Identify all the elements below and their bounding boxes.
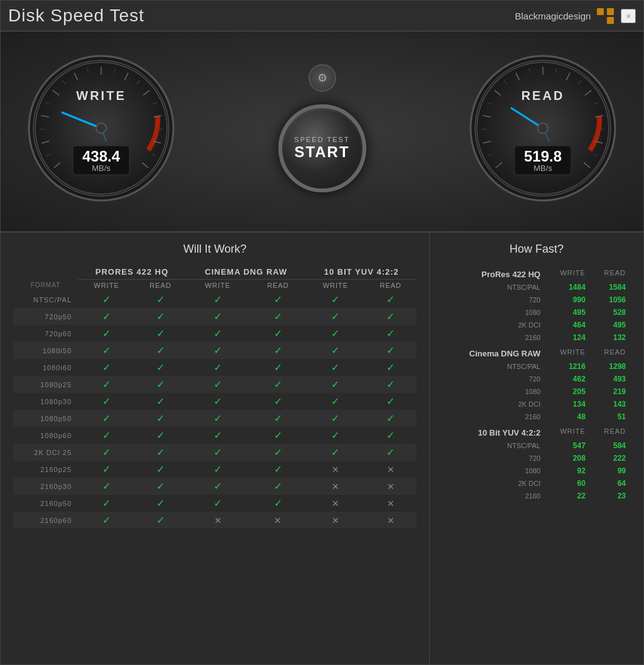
data-section: Will It Work? ProRes 422 HQ Cinema DNG R… bbox=[1, 233, 643, 664]
logo-sq-1 bbox=[597, 8, 604, 15]
will-col-header-1: ProRes 422 HQ bbox=[78, 265, 186, 280]
check-icon: ✓ bbox=[156, 328, 165, 339]
fast-row-format: 720 bbox=[442, 294, 545, 306]
cross-icon: ✕ bbox=[387, 464, 395, 475]
check-icon: ✓ bbox=[274, 498, 282, 508]
fast-write-value: 495 bbox=[545, 306, 591, 319]
fast-table: ProRes 422 HQWRITEREADNTSC/PAL1484158472… bbox=[442, 265, 631, 502]
check-icon: ✓ bbox=[102, 328, 111, 339]
will-cell: ✓ bbox=[249, 427, 306, 444]
fast-data-row: NTSC/PAL547584 bbox=[442, 439, 631, 452]
will-cell: ✓ bbox=[186, 478, 250, 495]
fast-read-value: 1584 bbox=[591, 281, 631, 294]
will-cell: ✓ bbox=[249, 461, 306, 478]
will-cell: ✓ bbox=[78, 325, 135, 342]
fast-col-read: READ bbox=[591, 344, 631, 360]
check-icon: ✓ bbox=[102, 413, 111, 424]
fast-read-value: 222 bbox=[591, 452, 631, 464]
cross-icon: ✕ bbox=[274, 515, 281, 525]
check-icon: ✓ bbox=[102, 481, 111, 492]
will-sub-w3: WRITE bbox=[307, 280, 365, 292]
check-icon: ✓ bbox=[156, 481, 165, 492]
fast-section-title: How Fast? bbox=[442, 243, 631, 256]
will-cell: ✓ bbox=[186, 393, 250, 410]
fast-read-value: 495 bbox=[591, 319, 631, 331]
check-icon: ✓ bbox=[274, 430, 282, 441]
will-sub-r2: READ bbox=[249, 280, 306, 292]
will-cell: ✓ bbox=[249, 325, 306, 342]
will-cell: ✓ bbox=[78, 444, 135, 461]
check-icon: ✓ bbox=[102, 430, 111, 441]
fast-data-row: NTSC/PAL14841584 bbox=[442, 281, 631, 294]
check-icon: ✓ bbox=[214, 345, 222, 356]
will-cell: ✓ bbox=[364, 291, 417, 308]
will-cell: ✕ bbox=[307, 461, 365, 478]
will-it-work-panel: Will It Work? ProRes 422 HQ Cinema DNG R… bbox=[1, 233, 430, 664]
svg-text:WRITE: WRITE bbox=[76, 89, 126, 102]
will-cell: ✓ bbox=[307, 444, 365, 461]
check-icon: ✓ bbox=[331, 311, 339, 322]
will-cell: ✓ bbox=[307, 291, 365, 308]
read-gauge: READ 519.8 MB/s bbox=[467, 53, 618, 204]
fast-row-format: 1080 bbox=[442, 306, 545, 319]
will-cell: ✓ bbox=[186, 427, 250, 444]
cross-icon: ✕ bbox=[214, 515, 222, 525]
will-cell: ✕ bbox=[307, 512, 365, 529]
check-icon: ✓ bbox=[331, 396, 339, 407]
check-icon: ✓ bbox=[214, 328, 222, 339]
fast-row-format: 1080 bbox=[442, 464, 545, 477]
check-icon: ✓ bbox=[386, 294, 395, 305]
check-icon: ✓ bbox=[102, 447, 111, 458]
check-icon: ✓ bbox=[102, 379, 111, 390]
will-row-format: 1080p25 bbox=[13, 376, 78, 393]
svg-point-27 bbox=[96, 123, 106, 133]
fast-read-value: 1298 bbox=[591, 360, 631, 373]
will-cell: ✓ bbox=[78, 393, 135, 410]
fast-write-value: 60 bbox=[545, 477, 591, 490]
fast-row-format: 2K DCI bbox=[442, 319, 545, 331]
will-table-row: 2160p30✓✓✓✓✕✕ bbox=[13, 478, 417, 495]
will-cell: ✓ bbox=[307, 427, 365, 444]
will-row-format: 2K DCI 25 bbox=[13, 444, 78, 461]
will-table-row: 1080i50✓✓✓✓✓✓ bbox=[13, 342, 417, 359]
will-row-format: 1080p50 bbox=[13, 410, 78, 427]
cross-icon: ✕ bbox=[332, 498, 339, 508]
check-icon: ✓ bbox=[386, 328, 395, 339]
check-icon: ✓ bbox=[274, 396, 282, 407]
start-label-small: SPEED TEST bbox=[294, 136, 349, 143]
will-cell: ✕ bbox=[364, 512, 417, 529]
svg-text:MB/s: MB/s bbox=[533, 163, 552, 173]
will-cell: ✓ bbox=[186, 359, 250, 376]
fast-write-value: 22 bbox=[545, 490, 591, 502]
fast-col-write: WRITE bbox=[545, 423, 591, 439]
will-cell: ✓ bbox=[78, 359, 135, 376]
svg-text:438.4: 438.4 bbox=[82, 148, 121, 165]
fast-row-format: 1080 bbox=[442, 385, 545, 398]
will-cell: ✓ bbox=[78, 308, 135, 325]
will-cell: ✓ bbox=[186, 325, 250, 342]
fast-data-row: 21604851 bbox=[442, 410, 631, 423]
check-icon: ✓ bbox=[386, 311, 395, 322]
will-section-title: Will It Work? bbox=[13, 243, 417, 256]
will-cell: ✓ bbox=[186, 291, 250, 308]
check-icon: ✓ bbox=[102, 464, 111, 475]
fast-data-row: 10809299 bbox=[442, 464, 631, 477]
start-button[interactable]: SPEED TEST START bbox=[278, 104, 366, 192]
check-icon: ✓ bbox=[386, 396, 395, 407]
app-window: Disk Speed Test Blackmagicdesign × bbox=[0, 0, 644, 665]
will-cell: ✕ bbox=[364, 478, 417, 495]
fast-group-label: Cinema DNG RAW bbox=[442, 344, 545, 360]
will-row-format: 1080i60 bbox=[13, 359, 78, 376]
fast-data-row: 1080495528 bbox=[442, 306, 631, 319]
will-table-row: 720p50✓✓✓✓✓✓ bbox=[13, 308, 417, 325]
check-icon: ✓ bbox=[331, 379, 339, 390]
settings-button[interactable]: ⚙ bbox=[308, 64, 336, 92]
close-button[interactable]: × bbox=[621, 9, 636, 23]
fast-col-read: READ bbox=[591, 265, 631, 281]
start-label-big: START bbox=[294, 143, 349, 161]
will-cell: ✓ bbox=[135, 444, 186, 461]
will-cell: ✓ bbox=[249, 444, 306, 461]
fast-write-value: 48 bbox=[545, 410, 591, 423]
check-icon: ✓ bbox=[156, 430, 165, 441]
brand-logo bbox=[597, 8, 614, 24]
